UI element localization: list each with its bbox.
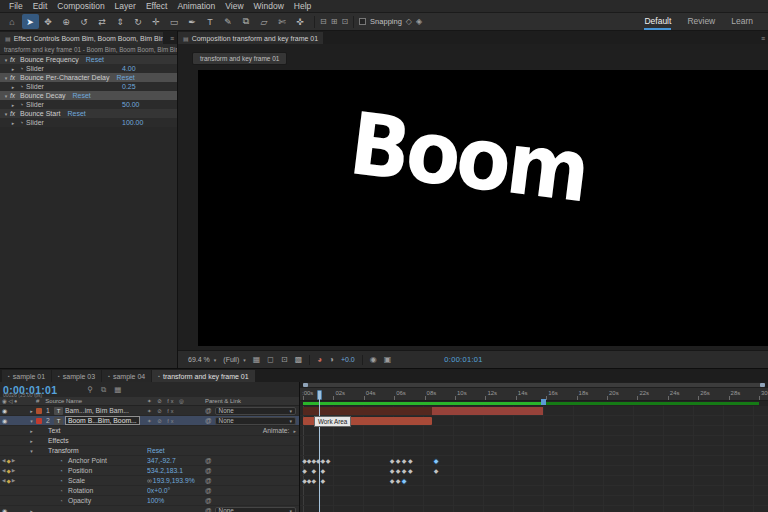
next-keyframe-icon[interactable]: ▶	[12, 478, 15, 483]
composition-tab[interactable]: ▤ Composition transform and key frame 01	[178, 32, 323, 44]
parent-link-select[interactable]: None▾	[215, 417, 296, 425]
keyframe-diamond[interactable]: ◆	[396, 456, 401, 466]
parent-link-select[interactable]: None▾	[215, 407, 296, 415]
effect-bounce-frequency[interactable]: ▾fxBounce FrequencyReset	[0, 55, 177, 64]
snap-edges-icon[interactable]: ◈	[416, 17, 422, 26]
puppet-pin-tool[interactable]: ✜	[292, 14, 309, 29]
snap-features-icon[interactable]: ◇	[406, 17, 412, 26]
effect-bounce-per-character-delay[interactable]: ▾fxBounce Per-Character DelayReset	[0, 73, 177, 82]
keyframe-diamond[interactable]: ◆	[390, 456, 395, 466]
timeline-row-text[interactable]: ▸TextAnimate:▸	[0, 426, 299, 436]
track-row-text[interactable]	[300, 426, 768, 436]
time-navigator-bar[interactable]	[303, 383, 765, 387]
next-keyframe-icon[interactable]: ▶	[12, 458, 15, 463]
track-row-layer-partial[interactable]	[300, 506, 768, 512]
clone-stamp-tool[interactable]: ⧉	[238, 14, 255, 29]
prev-keyframe-icon[interactable]: ◀	[2, 468, 5, 473]
track-row-boom-b-bim-boom[interactable]	[300, 416, 768, 426]
keyframe-diamond[interactable]: ◆	[321, 466, 326, 476]
snapshot-icon[interactable]: ◉	[370, 355, 377, 364]
param-value[interactable]: 50.00	[122, 101, 140, 108]
twirl-down-icon[interactable]: ▾	[2, 111, 10, 117]
layer-color-swatch[interactable]	[36, 418, 42, 424]
parent-pickwhip-icon[interactable]: @	[205, 407, 212, 414]
property-value[interactable]: 100%	[147, 497, 164, 504]
layer-switches[interactable]: ✦ ⊘ fx	[147, 418, 176, 424]
param-value[interactable]: 100.00	[122, 119, 143, 126]
keyframe-diamond[interactable]: ◆	[326, 456, 331, 466]
twirl-icon[interactable]: ▸	[27, 508, 36, 512]
timeline-row-bam-im-bim-bam[interactable]: ◉▸1TBam...im, Bim Bam...✦ ⊘ fx@None▾	[0, 406, 299, 416]
track-row-scale[interactable]: ◆◆◆◆◆◆◆	[300, 476, 768, 486]
twirl-down-icon[interactable]: ▾	[2, 93, 10, 99]
composition-name-chip[interactable]: transform and key frame 01	[192, 52, 287, 65]
rotation-tool[interactable]: ↻	[130, 14, 147, 29]
keyframe-diamond[interactable]: ◆	[408, 466, 413, 476]
keyframe-diamond[interactable]: ◆	[396, 476, 401, 486]
panel-menu-icon[interactable]: ≡	[761, 35, 765, 42]
grid-toggle-icon[interactable]: ⊞	[331, 17, 338, 26]
resolution-select[interactable]: (Full)▾	[223, 356, 245, 363]
menu-edit[interactable]: Edit	[28, 1, 53, 11]
workspace-learn[interactable]: Learn	[731, 14, 753, 30]
next-keyframe-icon[interactable]: ▶	[12, 468, 15, 473]
stopwatch-icon[interactable]: ◔	[56, 488, 66, 494]
eye-icon[interactable]: ◉	[2, 507, 7, 512]
track-row-bam-im-bim-bam[interactable]	[300, 406, 768, 416]
timeline-row-opacity[interactable]: ◔Opacity100%@	[0, 496, 299, 506]
mask-visibility-icon[interactable]: ◻	[267, 355, 274, 364]
keyframe-diamond[interactable]: ◆	[321, 456, 326, 466]
twirl-right-icon[interactable]: ▸	[9, 120, 17, 126]
orbit-camera-tool[interactable]: ↺	[76, 14, 93, 29]
property-value[interactable]: 534.2,183.1	[147, 467, 183, 474]
keyframe-diamond[interactable]: ◆	[396, 466, 401, 476]
pan-behind-tool[interactable]: ✛	[148, 14, 165, 29]
timeline-tab-sample-03[interactable]: ▪sample 03	[52, 370, 101, 382]
timeline-tab-transform-and-key-frame-01[interactable]: ▪transform and key frame 01	[152, 370, 254, 382]
menu-view[interactable]: View	[220, 1, 248, 11]
twirl-right-icon[interactable]: ▸	[9, 66, 17, 72]
eye-icon[interactable]: ◉	[2, 417, 7, 424]
keyframe-at-time-icon[interactable]: ◆	[6, 468, 10, 474]
menu-help[interactable]: Help	[289, 1, 316, 11]
snapping-checkbox[interactable]	[359, 18, 366, 25]
keyframe-diamond[interactable]: ◆	[311, 466, 316, 476]
timeline-row-boom-b-bim-boom[interactable]: ◉▾2TBoom B...Bim, Boom...✦ ⊘ fx@None▾	[0, 416, 299, 426]
property-value[interactable]: 0x+0.0°	[147, 487, 170, 494]
navigator-end-handle[interactable]	[760, 383, 765, 387]
timeline-track-area[interactable]: :00s02s04s06s08s10s12s14s16s18s20s22s24s…	[300, 382, 768, 512]
region-of-interest-icon[interactable]: ⊡	[281, 355, 288, 364]
timeline-row-transform[interactable]: ▾TransformReset	[0, 446, 299, 456]
show-channel-icon[interactable]: ◕	[317, 355, 322, 364]
effect-param-slider[interactable]: ▸◔Slider100.00	[0, 118, 177, 127]
twirl-icon[interactable]: ▾	[27, 418, 36, 424]
animate-control[interactable]: Animate:▸	[263, 427, 296, 434]
menu-window[interactable]: Window	[249, 1, 289, 11]
parent-pickwhip-icon[interactable]: @	[205, 417, 212, 424]
roto-brush-tool[interactable]: ✄	[274, 14, 291, 29]
track-row-transform[interactable]	[300, 446, 768, 456]
twirl-right-icon[interactable]: ▸	[9, 84, 17, 90]
keyframe-diamond[interactable]: ◆	[302, 466, 307, 476]
twirl-down-icon[interactable]: ▾	[2, 57, 10, 63]
eye-icon[interactable]: ◉	[2, 407, 7, 414]
twirl-icon[interactable]: ▸	[27, 438, 36, 444]
navigator-start-handle[interactable]	[303, 383, 308, 387]
keyframe-diamond[interactable]: ◆	[408, 456, 413, 466]
dolly-camera-tool[interactable]: ⇕	[112, 14, 129, 29]
prev-keyframe-icon[interactable]: ◀	[2, 478, 5, 483]
menu-animation[interactable]: Animation	[172, 1, 220, 11]
stopwatch-icon[interactable]: ◔	[17, 65, 26, 72]
panel-toggle-icon[interactable]: ⊟	[320, 17, 327, 26]
stopwatch-icon[interactable]: ◔	[17, 101, 26, 108]
effect-param-slider[interactable]: ▸◔Slider50.00	[0, 100, 177, 109]
timeline-row-position[interactable]: ◀◆▶◔Position534.2,183.1@	[0, 466, 299, 476]
link-dimensions-icon[interactable]: ∞	[147, 477, 152, 484]
shape-tool[interactable]: ▭	[166, 14, 183, 29]
keyframe-diamond[interactable]: ◆	[311, 476, 316, 486]
stopwatch-icon[interactable]: ◔	[56, 478, 66, 484]
prev-keyframe-icon[interactable]: ◀	[2, 458, 5, 463]
effect-param-slider[interactable]: ▸◔Slider0.25	[0, 82, 177, 91]
work-area-end-handle[interactable]	[541, 399, 546, 405]
property-value[interactable]: 347,-92.7	[147, 457, 176, 464]
